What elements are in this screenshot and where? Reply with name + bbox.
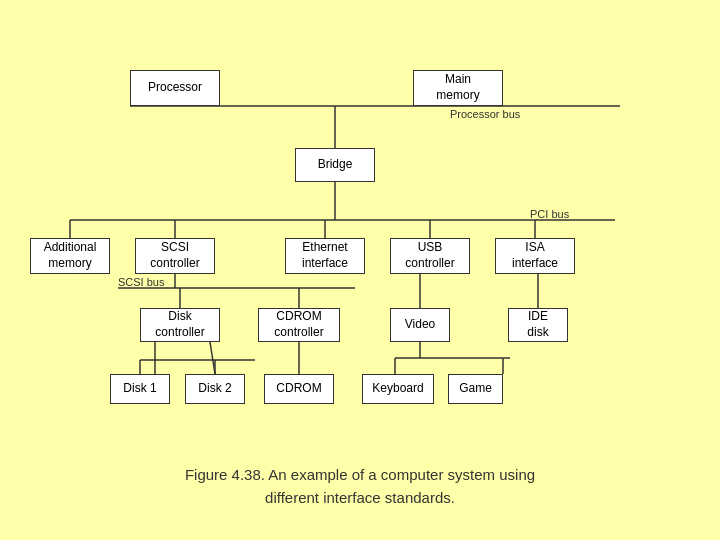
disk2-label: Disk 2: [198, 381, 231, 397]
connector-lines: [0, 0, 720, 460]
additional-memory-box: Additional memory: [30, 238, 110, 274]
video-label: Video: [405, 317, 435, 333]
disk1-box: Disk 1: [110, 374, 170, 404]
ethernet-interface-box: Ethernet interface: [285, 238, 365, 274]
main-memory-box: Main memory: [413, 70, 503, 106]
game-label: Game: [459, 381, 492, 397]
video-box: Video: [390, 308, 450, 342]
ide-disk-label: IDE disk: [527, 309, 548, 340]
main-memory-label: Main memory: [436, 72, 479, 103]
cdrom-controller-box: CDROM controller: [258, 308, 340, 342]
game-box: Game: [448, 374, 503, 404]
scsi-controller-box: SCSI controller: [135, 238, 215, 274]
keyboard-box: Keyboard: [362, 374, 434, 404]
isa-interface-box: ISA interface: [495, 238, 575, 274]
scsi-controller-label: SCSI controller: [150, 240, 199, 271]
bridge-label: Bridge: [318, 157, 353, 173]
usb-controller-box: USB controller: [390, 238, 470, 274]
svg-line-18: [210, 342, 215, 374]
processor-bus-label: Processor bus: [450, 108, 520, 120]
caption-line1: Figure 4.38. An example of a computer sy…: [40, 464, 680, 487]
usb-controller-label: USB controller: [405, 240, 454, 271]
processor-label: Processor: [148, 80, 202, 96]
additional-memory-label: Additional memory: [44, 240, 97, 271]
cdrom-label: CDROM: [276, 381, 321, 397]
keyboard-label: Keyboard: [372, 381, 423, 397]
disk-controller-box: Disk controller: [140, 308, 220, 342]
bridge-box: Bridge: [295, 148, 375, 182]
ide-disk-box: IDE disk: [508, 308, 568, 342]
cdrom-box: CDROM: [264, 374, 334, 404]
disk-controller-label: Disk controller: [155, 309, 204, 340]
isa-interface-label: ISA interface: [512, 240, 558, 271]
diagram-area: Processor Main memory Processor bus Brid…: [0, 0, 720, 460]
figure-caption: Figure 4.38. An example of a computer sy…: [0, 464, 720, 509]
ethernet-interface-label: Ethernet interface: [302, 240, 348, 271]
pci-bus-label: PCI bus: [530, 208, 569, 220]
caption-line2: different interface standards.: [40, 487, 680, 510]
disk2-box: Disk 2: [185, 374, 245, 404]
disk1-label: Disk 1: [123, 381, 156, 397]
processor-box: Processor: [130, 70, 220, 106]
cdrom-controller-label: CDROM controller: [274, 309, 323, 340]
scsi-bus-label: SCSI bus: [118, 276, 164, 288]
